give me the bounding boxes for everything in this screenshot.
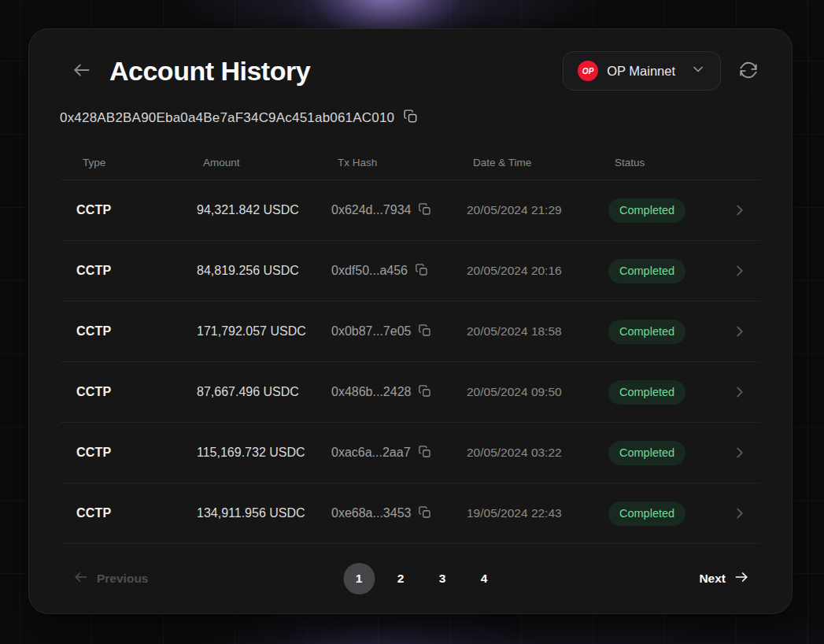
tx-hash: 0xe68a...3453 bbox=[331, 506, 411, 520]
transaction-row[interactable]: CCTP 84,819.256 USDC 0xdf50...a456 20/05… bbox=[61, 241, 760, 302]
status-badge: Completed bbox=[608, 380, 685, 405]
tx-amount: 115,169.732 USDC bbox=[197, 446, 331, 460]
copy-icon bbox=[418, 445, 432, 461]
page-number-button[interactable]: 2 bbox=[385, 563, 416, 594]
status-badge: Completed bbox=[608, 441, 685, 465]
header-actions: OP OP Mainnet bbox=[563, 51, 760, 91]
tx-type: CCTP bbox=[76, 324, 197, 339]
previous-button[interactable]: Previous bbox=[73, 569, 148, 588]
refresh-icon bbox=[738, 60, 759, 83]
tx-datetime: 20/05/2024 20:16 bbox=[467, 264, 608, 278]
tx-amount: 171,792.057 USDC bbox=[197, 324, 331, 339]
op-network-icon: OP bbox=[578, 61, 598, 81]
chevron-right-icon bbox=[731, 202, 766, 219]
copy-icon bbox=[418, 384, 432, 401]
back-arrow-icon bbox=[72, 60, 92, 83]
tx-datetime: 19/05/2024 22:43 bbox=[467, 506, 608, 520]
chevron-right-icon bbox=[731, 505, 766, 522]
copy-tx-hash-button[interactable] bbox=[415, 263, 429, 279]
tx-hash: 0xac6a...2aa7 bbox=[331, 446, 411, 460]
next-button[interactable]: Next bbox=[699, 569, 749, 588]
chevron-right-icon bbox=[731, 262, 766, 279]
copy-tx-hash-button[interactable] bbox=[418, 505, 432, 522]
status-badge: Completed bbox=[608, 502, 685, 526]
previous-label: Previous bbox=[97, 572, 148, 586]
status-badge: Completed bbox=[608, 198, 685, 223]
page-number-button[interactable]: 4 bbox=[468, 563, 500, 594]
copy-icon bbox=[403, 109, 419, 127]
pagination: Previous 1 2 3 4 Next bbox=[61, 544, 760, 613]
pagination-pages: 1 2 3 4 bbox=[343, 563, 500, 594]
status-badge: Completed bbox=[608, 259, 685, 283]
copy-tx-hash-button[interactable] bbox=[418, 384, 432, 401]
next-label: Next bbox=[699, 572, 726, 586]
copy-icon bbox=[415, 263, 429, 279]
tx-type: CCTP bbox=[76, 385, 197, 399]
transactions-table: Type Amount Tx Hash Date & Time Status C… bbox=[61, 146, 760, 544]
table-header: Type Amount Tx Hash Date & Time Status bbox=[61, 146, 760, 180]
transaction-row[interactable]: CCTP 134,911.956 USDC 0xe68a...3453 19/0… bbox=[61, 483, 760, 544]
network-dropdown[interactable]: OP OP Mainnet bbox=[563, 51, 721, 91]
chevron-right-icon bbox=[731, 323, 766, 340]
tx-type: CCTP bbox=[76, 203, 197, 217]
tx-amount: 87,667.496 USDC bbox=[197, 385, 331, 399]
back-button[interactable] bbox=[68, 57, 95, 84]
copy-tx-hash-button[interactable] bbox=[418, 202, 432, 219]
page-number-button[interactable]: 3 bbox=[427, 563, 458, 594]
col-date: Date & Time bbox=[473, 157, 615, 168]
tx-hash: 0x624d...7934 bbox=[331, 203, 411, 217]
tx-datetime: 20/05/2024 21:29 bbox=[467, 203, 608, 217]
transaction-row[interactable]: CCTP 115,169.732 USDC 0xac6a...2aa7 20/0… bbox=[61, 423, 760, 483]
panel-header: Account History OP OP Mainnet bbox=[61, 50, 760, 92]
copy-icon bbox=[418, 202, 432, 219]
col-txhash: Tx Hash bbox=[338, 157, 473, 168]
tx-amount: 134,911.956 USDC bbox=[197, 506, 331, 520]
chevron-right-icon bbox=[731, 383, 766, 401]
col-status: Status bbox=[615, 157, 737, 168]
tx-amount: 84,819.256 USDC bbox=[197, 264, 331, 278]
tx-type: CCTP bbox=[76, 446, 197, 460]
table-body: CCTP 94,321.842 USDC 0x624d...7934 20/05… bbox=[61, 180, 760, 544]
copy-address-button[interactable] bbox=[403, 109, 419, 127]
status-badge: Completed bbox=[608, 320, 685, 344]
network-label: OP Mainnet bbox=[607, 64, 675, 79]
copy-icon bbox=[418, 505, 432, 522]
page-title: Account History bbox=[109, 56, 310, 87]
copy-icon bbox=[418, 324, 432, 340]
transaction-row[interactable]: CCTP 87,667.496 USDC 0x486b...2428 20/05… bbox=[61, 362, 760, 423]
tx-type: CCTP bbox=[76, 264, 197, 278]
tx-datetime: 20/05/2024 18:58 bbox=[467, 324, 608, 339]
chevron-down-icon bbox=[684, 61, 706, 80]
tx-type: CCTP bbox=[76, 506, 197, 520]
tx-hash: 0x0b87...7e05 bbox=[331, 324, 411, 339]
next-arrow-icon bbox=[733, 569, 749, 588]
account-history-panel: Account History OP OP Mainnet 0x428AB2BA… bbox=[28, 28, 793, 614]
col-amount: Amount bbox=[203, 157, 338, 168]
chevron-right-icon bbox=[731, 444, 766, 461]
prev-arrow-icon bbox=[73, 569, 89, 588]
transaction-row[interactable]: CCTP 94,321.842 USDC 0x624d...7934 20/05… bbox=[61, 180, 760, 241]
page-number-button[interactable]: 1 bbox=[343, 563, 375, 594]
tx-amount: 94,321.842 USDC bbox=[197, 203, 331, 217]
col-type: Type bbox=[83, 157, 203, 168]
wallet-address-row: 0x428AB2BA90Eba0a4Be7aF34C9Ac451ab061AC0… bbox=[60, 109, 760, 127]
transaction-row[interactable]: CCTP 171,792.057 USDC 0x0b87...7e05 20/0… bbox=[61, 302, 760, 362]
tx-datetime: 20/05/2024 09:50 bbox=[467, 385, 608, 399]
tx-hash: 0x486b...2428 bbox=[331, 385, 411, 399]
tx-hash: 0xdf50...a456 bbox=[331, 264, 408, 278]
copy-tx-hash-button[interactable] bbox=[418, 324, 432, 340]
wallet-address: 0x428AB2BA90Eba0a4Be7aF34C9Ac451ab061AC0… bbox=[60, 110, 394, 126]
tx-datetime: 20/05/2024 03:22 bbox=[467, 446, 608, 460]
refresh-button[interactable] bbox=[737, 59, 760, 83]
copy-tx-hash-button[interactable] bbox=[418, 445, 432, 461]
